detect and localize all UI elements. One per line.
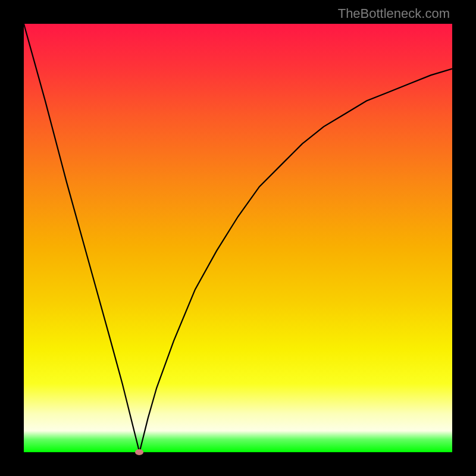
minimum-marker-icon: [135, 449, 143, 455]
chart-frame: TheBottleneck.com: [0, 0, 476, 476]
watermark-text: TheBottleneck.com: [338, 6, 450, 21]
bottleneck-curve: [24, 24, 452, 452]
plot-area: [24, 24, 452, 452]
